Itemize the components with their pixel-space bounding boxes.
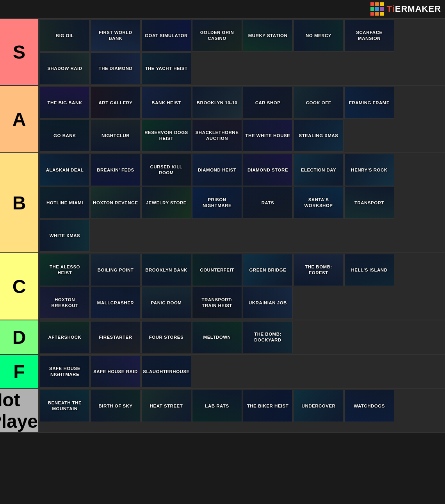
tier-row-s: SBIG OILFIRST WORLD BANKGOAT SIMULATORGO… — [0, 19, 445, 86]
heist-card[interactable]: BOILING POINT — [91, 254, 141, 286]
tiermaker-logo: TiERMAKER — [370, 2, 441, 16]
heist-label: THE BIKER HEIST — [247, 403, 289, 409]
heist-card[interactable]: HEAT STREET — [141, 390, 191, 422]
heist-card[interactable]: SHACKLETHORNE AUCTION — [192, 120, 242, 152]
heist-card[interactable]: FRAMING FRAME — [344, 87, 394, 119]
heist-label: FRAMING FRAME — [349, 100, 390, 106]
heist-card[interactable]: BROOKLYN 10-10 — [192, 87, 242, 119]
heist-card[interactable]: ALASKAN DEAL — [40, 154, 90, 186]
tier-label-b: B — [0, 153, 39, 252]
heist-card[interactable]: PANIC ROOM — [141, 287, 191, 319]
heist-card[interactable]: GOLDEN GRIN CASINO — [192, 20, 242, 52]
app-container: TiERMAKER SBIG OILFIRST WORLD BANKGOAT S… — [0, 0, 445, 433]
tier-row-b: BALASKAN DEALBREAKIN' FEDSCURSED KILL RO… — [0, 153, 445, 253]
heist-card[interactable]: GOAT SIMULATOR — [141, 20, 191, 52]
heist-card[interactable]: WATCHDOGS — [344, 390, 394, 422]
heist-card[interactable]: SCARFACE MANSION — [344, 20, 394, 52]
heist-card[interactable]: SHADOW RAID — [40, 52, 90, 84]
heist-card[interactable]: SANTA'S WORKSHOP — [294, 187, 344, 219]
heist-card[interactable]: NO MERCY — [294, 20, 344, 52]
heist-card[interactable]: BANK HEIST — [141, 87, 191, 119]
tier-row-f: FSAFE HOUSE NIGHTMARESAFE HOUSE RAIDSLAU… — [0, 355, 445, 389]
heist-card[interactable]: BIRTH OF SKY — [91, 390, 141, 422]
heist-label: GO BANK — [53, 133, 76, 139]
heist-card[interactable]: THE BIG BANK — [40, 87, 90, 119]
heist-card[interactable]: THE DIAMOND — [91, 52, 141, 84]
heist-card[interactable]: CURSED KILL ROOM — [141, 154, 191, 186]
heist-card[interactable]: LAB RATS — [192, 390, 242, 422]
heist-card[interactable]: CAR SHOP — [243, 87, 293, 119]
heist-card[interactable]: HELL'S ISLAND — [344, 254, 394, 286]
heist-card[interactable]: SAFE HOUSE NIGHTMARE — [40, 356, 90, 388]
heist-card[interactable]: RATS — [243, 187, 293, 219]
heist-card[interactable]: THE YACHT HEIST — [141, 52, 191, 84]
heist-label: RESERVOIR DOGS HEIST — [143, 130, 189, 141]
heist-label: MELTDOWN — [203, 334, 231, 340]
heist-label: TRANSPORT: TRAIN HEIST — [194, 297, 240, 309]
heist-card[interactable]: THE BOMB: DOCKYARD — [243, 321, 293, 353]
heist-card[interactable]: BIG OIL — [40, 20, 90, 52]
heist-card[interactable]: THE WHITE HOUSE — [243, 120, 293, 152]
tier-row-np: Not PlayedBENEATH THE MOUNTAINBIRTH OF S… — [0, 389, 445, 433]
heist-label: THE YACHT HEIST — [145, 66, 187, 71]
tier-label-np: Not Played — [0, 389, 39, 432]
heist-card[interactable]: MELTDOWN — [192, 321, 242, 353]
heist-label: HOXTON BREAKOUT — [42, 297, 88, 309]
heist-card[interactable]: SLAUGHTERHOUSE — [141, 356, 191, 388]
heist-card[interactable]: DIAMOND STORE — [243, 154, 293, 186]
heist-label: LAB RATS — [205, 403, 229, 409]
tier-label-c: C — [0, 253, 39, 320]
heist-card[interactable]: AFTERSHOCK — [40, 321, 90, 353]
heist-card[interactable]: THE BIKER HEIST — [243, 390, 293, 422]
heist-card[interactable]: COUNTERFEIT — [192, 254, 242, 286]
heist-card[interactable]: HOXTON REVENGE — [91, 187, 141, 219]
heist-card[interactable]: FIRESTARTER — [91, 321, 141, 353]
heist-card[interactable]: HOXTON BREAKOUT — [40, 287, 90, 319]
heist-card[interactable]: STEALING XMAS — [294, 120, 344, 152]
heist-label: SHACKLETHORNE AUCTION — [194, 130, 240, 141]
heist-card[interactable]: DIAMOND HEIST — [192, 154, 242, 186]
heist-label: SAFE HOUSE RAID — [93, 369, 138, 375]
tier-row-c: CTHE ALESSO HEISTBOILING POINTBROOKLYN B… — [0, 253, 445, 320]
heist-card[interactable]: ART GALLERY — [91, 87, 141, 119]
heist-card[interactable]: HENRY'S ROCK — [344, 154, 394, 186]
heist-card[interactable]: UKRAINIAN JOB — [243, 287, 293, 319]
tier-content-f: SAFE HOUSE NIGHTMARESAFE HOUSE RAIDSLAUG… — [39, 355, 445, 388]
heist-card[interactable]: MURKY STATION — [243, 20, 293, 52]
heist-label: COOK OFF — [306, 100, 331, 106]
heist-label: SAFE HOUSE NIGHTMARE — [42, 366, 88, 377]
heist-card[interactable]: NIGHTCLUB — [91, 120, 141, 152]
heist-label: BIRTH OF SKY — [98, 403, 132, 409]
heist-label: UNDERCOVER — [302, 403, 336, 409]
heist-card[interactable]: COOK OFF — [294, 87, 344, 119]
heist-label: TRANSPORT — [354, 200, 384, 206]
heist-card[interactable]: THE ALESSO HEIST — [40, 254, 90, 286]
heist-label: HOXTON REVENGE — [93, 200, 138, 206]
heist-label: BROOKLYN 10-10 — [197, 100, 237, 106]
heist-card[interactable]: MALLCRASHER — [91, 287, 141, 319]
heist-card[interactable]: ELECTION DAY — [294, 154, 344, 186]
heist-card[interactable]: FOUR STORES — [141, 321, 191, 353]
heist-card[interactable]: TRANSPORT — [344, 187, 394, 219]
heist-card[interactable]: PRISON NIGHTMARE — [192, 187, 242, 219]
heist-card[interactable]: JEWELRY STORE — [141, 187, 191, 219]
tier-label-a: A — [0, 86, 39, 152]
heist-card[interactable]: THE BOMB: FOREST — [294, 254, 344, 286]
heist-card[interactable]: GREEN BRIDGE — [243, 254, 293, 286]
heist-card[interactable]: RESERVOIR DOGS HEIST — [141, 120, 191, 152]
heist-card[interactable]: WHITE XMAS — [40, 220, 90, 252]
heist-card[interactable]: HOTLINE MIAMI — [40, 187, 90, 219]
heist-card[interactable]: BROOKLYN BANK — [141, 254, 191, 286]
heist-card[interactable]: BREAKIN' FEDS — [91, 154, 141, 186]
heist-card[interactable]: TRANSPORT: TRAIN HEIST — [192, 287, 242, 319]
heist-label: THE ALESSO HEIST — [42, 264, 88, 276]
heist-label: AFTERSHOCK — [48, 334, 82, 340]
heist-label: SCARFACE MANSION — [346, 30, 392, 41]
tier-content-d: AFTERSHOCKFIRESTARTERFOUR STORESMELTDOWN… — [39, 320, 445, 354]
heist-card[interactable]: UNDERCOVER — [294, 390, 344, 422]
heist-card[interactable]: FIRST WORLD BANK — [91, 20, 141, 52]
heist-card[interactable]: SAFE HOUSE RAID — [91, 356, 141, 388]
heist-card[interactable]: BENEATH THE MOUNTAIN — [40, 390, 90, 422]
heist-card[interactable]: GO BANK — [40, 120, 90, 152]
heist-label: JEWELRY STORE — [146, 200, 187, 206]
